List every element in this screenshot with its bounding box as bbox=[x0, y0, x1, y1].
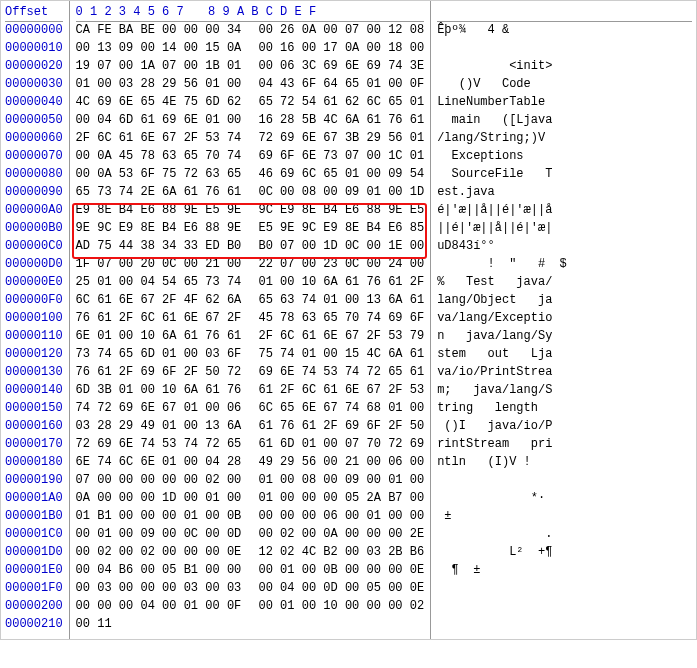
byte-cell[interactable]: 01 bbox=[280, 599, 294, 613]
byte-cell[interactable]: 78 bbox=[280, 311, 294, 325]
byte-cell[interactable]: 00 bbox=[140, 383, 154, 397]
bytes-row[interactable]: 74 72 69 6E 67 01 00 06 6C 65 6E 67 74 6… bbox=[76, 402, 425, 420]
byte-cell[interactable]: 0A bbox=[345, 41, 359, 55]
byte-cell[interactable]: 69 bbox=[410, 437, 424, 451]
byte-cell[interactable]: 00 bbox=[227, 473, 241, 487]
byte-cell[interactable]: 68 bbox=[367, 401, 381, 415]
byte-cell[interactable]: 00 bbox=[76, 599, 90, 613]
byte-cell[interactable]: 03 bbox=[184, 581, 198, 595]
byte-cell[interactable]: 53 bbox=[388, 329, 402, 343]
byte-cell[interactable]: 01 bbox=[97, 275, 111, 289]
bytes-row[interactable]: 6C 61 6E 67 2F 4F 62 6A 65 63 74 01 00 1… bbox=[76, 294, 425, 312]
byte-cell[interactable]: 07 bbox=[345, 437, 359, 451]
byte-cell[interactable]: 0A bbox=[323, 527, 337, 541]
byte-cell[interactable]: 74 bbox=[367, 311, 381, 325]
byte-cell[interactable]: B2 bbox=[323, 545, 337, 559]
byte-cell[interactable]: 6C bbox=[367, 95, 381, 109]
byte-cell[interactable]: 10 bbox=[302, 275, 316, 289]
byte-cell[interactable]: B4 bbox=[162, 221, 176, 235]
byte-cell[interactable]: 00 bbox=[388, 599, 402, 613]
bytes-row[interactable]: 00 04 B6 00 05 B1 00 00 00 01 00 0B 00 0… bbox=[76, 564, 425, 582]
byte-cell[interactable]: 72 bbox=[205, 437, 219, 451]
byte-cell[interactable]: 00 bbox=[162, 545, 176, 559]
byte-cell[interactable]: 04 bbox=[140, 599, 154, 613]
byte-cell[interactable]: 6E bbox=[184, 113, 198, 127]
byte-cell[interactable]: 63 bbox=[280, 293, 294, 307]
byte-cell[interactable]: 72 bbox=[367, 365, 381, 379]
byte-cell[interactable]: 00 bbox=[345, 293, 359, 307]
byte-cell[interactable]: 0A bbox=[76, 491, 90, 505]
byte-cell[interactable]: 01 bbox=[97, 329, 111, 343]
offset-cell[interactable]: 00000080 bbox=[5, 168, 63, 186]
byte-cell[interactable]: 6F bbox=[367, 419, 381, 433]
byte-cell[interactable]: 2B bbox=[388, 545, 402, 559]
byte-cell[interactable]: 01 bbox=[323, 293, 337, 307]
byte-cell[interactable]: 08 bbox=[410, 23, 424, 37]
byte-cell[interactable]: 07 bbox=[280, 239, 294, 253]
byte-cell[interactable]: B0 bbox=[258, 239, 272, 253]
byte-cell[interactable]: 6C bbox=[140, 311, 154, 325]
byte-cell[interactable]: 00 bbox=[258, 599, 272, 613]
byte-cell[interactable]: 29 bbox=[280, 455, 294, 469]
byte-cell[interactable]: 6F bbox=[227, 347, 241, 361]
byte-cell[interactable]: 65 bbox=[323, 167, 337, 181]
byte-cell[interactable]: 00 bbox=[280, 185, 294, 199]
offset-cell[interactable]: 000000F0 bbox=[5, 294, 63, 312]
byte-cell[interactable]: 00 bbox=[258, 23, 272, 37]
offset-cell[interactable]: 000000E0 bbox=[5, 276, 63, 294]
byte-cell[interactable]: 01 bbox=[367, 77, 381, 91]
byte-cell[interactable]: 6A bbox=[162, 329, 176, 343]
byte-cell[interactable]: 00 bbox=[76, 545, 90, 559]
byte-cell[interactable]: 69 bbox=[258, 365, 272, 379]
bytes-row[interactable]: 00 0A 53 6F 75 72 63 65 46 69 6C 65 01 0… bbox=[76, 168, 425, 186]
byte-cell[interactable]: 64 bbox=[323, 77, 337, 91]
byte-cell[interactable]: 04 bbox=[280, 581, 294, 595]
byte-cell[interactable]: 00 bbox=[367, 257, 381, 271]
byte-cell[interactable]: 2F bbox=[162, 293, 176, 307]
bytes-row[interactable]: 19 07 00 1A 07 00 1B 01 00 06 3C 69 6E 6… bbox=[76, 60, 425, 78]
byte-cell[interactable]: 88 bbox=[367, 203, 381, 217]
byte-cell[interactable]: 29 bbox=[162, 77, 176, 91]
byte-cell[interactable]: 0C bbox=[345, 257, 359, 271]
bytes-row[interactable]: 0A 00 00 00 1D 00 01 00 01 00 00 00 05 2… bbox=[76, 492, 425, 510]
byte-cell[interactable]: 00 bbox=[410, 509, 424, 523]
ascii-row[interactable]: stem out Lja bbox=[437, 348, 692, 366]
bytes-row[interactable]: 00 0A 45 78 63 65 70 74 69 6F 6E 73 07 0… bbox=[76, 150, 425, 168]
ascii-row[interactable]: % Test java/ bbox=[437, 276, 692, 294]
byte-cell[interactable]: 00 bbox=[302, 563, 316, 577]
byte-cell[interactable]: 70 bbox=[345, 311, 359, 325]
byte-cell[interactable]: 6D bbox=[76, 383, 90, 397]
byte-cell[interactable]: 74 bbox=[227, 131, 241, 145]
byte-cell[interactable]: 1C bbox=[388, 149, 402, 163]
byte-cell[interactable]: 00 bbox=[97, 599, 111, 613]
byte-cell[interactable]: 6D bbox=[119, 113, 133, 127]
byte-cell[interactable]: 0A bbox=[97, 149, 111, 163]
ascii-row[interactable]: ntln (I)V ! bbox=[437, 456, 692, 474]
byte-cell[interactable]: 61 bbox=[205, 383, 219, 397]
byte-cell[interactable]: 00 bbox=[367, 41, 381, 55]
byte-cell[interactable]: 00 bbox=[345, 527, 359, 541]
byte-cell[interactable]: 72 bbox=[184, 167, 198, 181]
byte-cell[interactable]: 00 bbox=[184, 23, 198, 37]
byte-cell[interactable]: 00 bbox=[184, 41, 198, 55]
byte-cell[interactable]: 4C bbox=[302, 545, 316, 559]
byte-cell[interactable]: 85 bbox=[410, 221, 424, 235]
byte-cell[interactable]: 6A bbox=[388, 347, 402, 361]
byte-cell[interactable]: 53 bbox=[323, 365, 337, 379]
byte-cell[interactable]: 2A bbox=[367, 491, 381, 505]
byte-cell[interactable]: 0B bbox=[323, 563, 337, 577]
byte-cell[interactable]: 28 bbox=[227, 455, 241, 469]
byte-cell[interactable]: 76 bbox=[205, 329, 219, 343]
byte-cell[interactable]: 74 bbox=[302, 365, 316, 379]
byte-cell[interactable]: 8E bbox=[140, 221, 154, 235]
byte-cell[interactable]: 76 bbox=[205, 185, 219, 199]
byte-cell[interactable]: 00 bbox=[280, 473, 294, 487]
byte-cell[interactable]: 2F bbox=[388, 383, 402, 397]
byte-cell[interactable]: 0C bbox=[258, 185, 272, 199]
byte-cell[interactable]: 72 bbox=[258, 131, 272, 145]
byte-cell[interactable]: 67 bbox=[323, 401, 337, 415]
byte-cell[interactable]: 00 bbox=[76, 563, 90, 577]
bytes-row[interactable]: 4C 69 6E 65 4E 75 6D 62 65 72 54 61 62 6… bbox=[76, 96, 425, 114]
byte-cell[interactable]: 6E bbox=[140, 455, 154, 469]
byte-cell[interactable]: 73 bbox=[205, 275, 219, 289]
